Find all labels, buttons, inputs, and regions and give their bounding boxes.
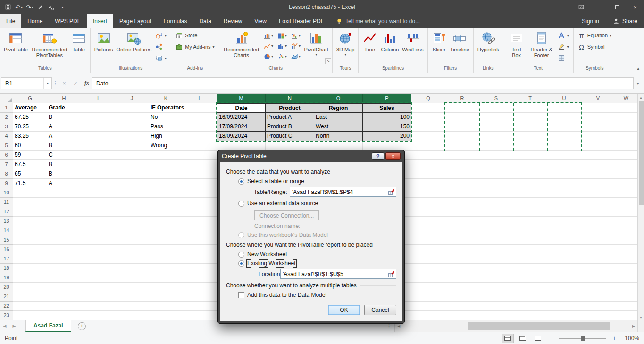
cell-R6[interactable]	[445, 151, 479, 160]
insert-surface-chart-button[interactable]: ▾	[289, 51, 302, 61]
cell-P4[interactable]: 200	[363, 132, 411, 141]
cell-G20[interactable]	[13, 283, 47, 292]
cell-Q19[interactable]	[411, 273, 445, 283]
zoom-level[interactable]: 100%	[621, 335, 639, 342]
cell-U13[interactable]	[547, 217, 581, 226]
cell-W6[interactable]	[615, 151, 637, 160]
cell-W11[interactable]	[615, 198, 637, 207]
column-header-S[interactable]: S	[479, 94, 513, 103]
cell-R17[interactable]	[445, 254, 479, 264]
cell-Q11[interactable]	[411, 198, 445, 207]
column-header-U[interactable]: U	[547, 94, 581, 103]
cell-I5[interactable]	[81, 141, 115, 151]
cell-S11[interactable]	[479, 198, 513, 207]
radio-existing-worksheet-row[interactable]: Existing Worksheet	[238, 260, 396, 267]
row-header-13[interactable]: 13	[0, 217, 13, 226]
cell-G5[interactable]: 60	[13, 141, 47, 151]
column-header-O[interactable]: O	[314, 94, 363, 103]
cell-U15[interactable]	[547, 235, 581, 245]
column-header-W[interactable]: W	[615, 94, 637, 103]
cell-G2[interactable]: 67.25	[13, 113, 47, 122]
cell-H16[interactable]	[47, 245, 81, 254]
row-header-20[interactable]: 20	[0, 283, 13, 292]
cell-T4[interactable]	[513, 132, 547, 141]
cell-L8[interactable]	[183, 169, 217, 179]
zoom-slider-thumb[interactable]	[581, 336, 585, 341]
cancel-button[interactable]: Cancel	[364, 305, 396, 315]
cell-N4[interactable]: Product C	[266, 132, 314, 141]
wordart-button[interactable]: ▾	[556, 30, 571, 41]
cell-L17[interactable]	[183, 254, 217, 264]
cell-J4[interactable]	[115, 132, 149, 141]
cell-L12[interactable]	[183, 207, 217, 217]
cell-S17[interactable]	[479, 254, 513, 264]
cell-I2[interactable]	[81, 113, 115, 122]
cell-W2[interactable]	[615, 113, 637, 122]
cell-T10[interactable]	[513, 188, 547, 198]
cell-Q16[interactable]	[411, 245, 445, 254]
cell-J8[interactable]	[115, 169, 149, 179]
store-button[interactable]: Store	[174, 30, 216, 41]
column-header-H[interactable]: H	[47, 94, 81, 103]
cell-H10[interactable]	[47, 188, 81, 198]
cell-H13[interactable]	[47, 217, 81, 226]
row-header-19[interactable]: 19	[0, 273, 13, 283]
cell-T23[interactable]	[513, 311, 547, 320]
cell-T12[interactable]	[513, 207, 547, 217]
dialog-help-button[interactable]: ?	[372, 152, 384, 160]
cell-V22[interactable]	[581, 302, 615, 311]
cell-L2[interactable]	[183, 113, 217, 122]
cell-O5[interactable]	[314, 141, 363, 151]
tab-data[interactable]: Data	[193, 14, 217, 28]
cell-L10[interactable]	[183, 188, 217, 198]
cell-Q2[interactable]	[411, 113, 445, 122]
cell-R18[interactable]	[445, 264, 479, 273]
win-loss-sparkline-button[interactable]: Win/Loss	[401, 29, 425, 65]
cell-K21[interactable]	[149, 292, 183, 302]
cell-G9[interactable]: 71.5	[13, 179, 47, 188]
cell-S9[interactable]	[479, 179, 513, 188]
cell-M5[interactable]	[217, 141, 266, 151]
timeline-button[interactable]: Timeline	[449, 29, 471, 65]
zoom-slider[interactable]	[559, 338, 606, 339]
cell-K4[interactable]: High	[149, 132, 183, 141]
cell-N5[interactable]	[266, 141, 314, 151]
cell-W18[interactable]	[615, 264, 637, 273]
cell-J12[interactable]	[115, 207, 149, 217]
cell-I19[interactable]	[81, 273, 115, 283]
row-header-6[interactable]: 6	[0, 151, 13, 160]
cell-T19[interactable]	[513, 273, 547, 283]
cell-V17[interactable]	[581, 254, 615, 264]
row-header-21[interactable]: 21	[0, 292, 13, 302]
column-header-G[interactable]: G	[13, 94, 47, 103]
row-header-22[interactable]: 22	[0, 302, 13, 311]
cell-S4[interactable]	[479, 132, 513, 141]
cell-K6[interactable]	[149, 151, 183, 160]
cell-U22[interactable]	[547, 302, 581, 311]
cell-K15[interactable]	[149, 235, 183, 245]
cell-S23[interactable]	[479, 311, 513, 320]
cell-J22[interactable]	[115, 302, 149, 311]
cell-L18[interactable]	[183, 264, 217, 273]
cell-I20[interactable]	[81, 283, 115, 292]
cell-G11[interactable]	[13, 198, 47, 207]
symbol-button[interactable]: Ω Symbol	[576, 42, 613, 52]
cell-I10[interactable]	[81, 188, 115, 198]
column-header-V[interactable]: V	[581, 94, 615, 103]
cell-Q18[interactable]	[411, 264, 445, 273]
cell-W17[interactable]	[615, 254, 637, 264]
location-input[interactable]	[280, 269, 386, 279]
cell-T5[interactable]	[513, 141, 547, 151]
cell-U12[interactable]	[547, 207, 581, 217]
cell-V5[interactable]	[581, 141, 615, 151]
cell-I9[interactable]	[81, 179, 115, 188]
cell-O3[interactable]: West	[314, 122, 363, 132]
cell-T9[interactable]	[513, 179, 547, 188]
cell-P5[interactable]	[363, 141, 411, 151]
cell-N1[interactable]: Product	[266, 103, 314, 113]
cell-W14[interactable]	[615, 226, 637, 235]
cell-S16[interactable]	[479, 245, 513, 254]
vertical-scrollbar-thumb[interactable]	[639, 101, 644, 205]
cell-O1[interactable]: Region	[314, 103, 363, 113]
cell-V14[interactable]	[581, 226, 615, 235]
